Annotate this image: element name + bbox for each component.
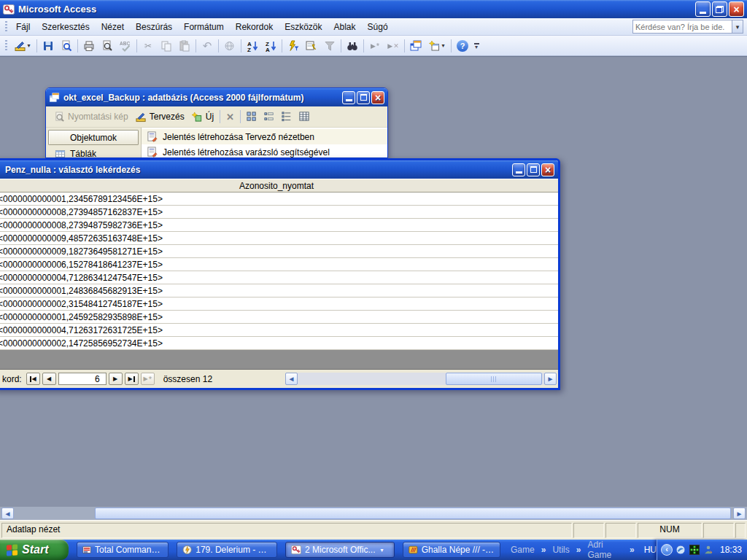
table-row[interactable]: <0000000000002,14725856952734E+15>: [0, 337, 558, 350]
query-minimize-button[interactable]: [512, 163, 525, 176]
previous-record-button[interactable]: ◀: [42, 373, 56, 385]
db-print-preview-button[interactable]: Nyomtatási kép: [51, 110, 131, 124]
db-large-icons-button[interactable]: [244, 110, 260, 123]
taskbar-task-total-commander[interactable]: Total Commander ...: [77, 542, 169, 558]
query-window-titlebar[interactable]: Penz_nulla : választó lekérdezés ×: [0, 160, 558, 179]
cell-azonosito[interactable]: <0000000000001,23456789123456E+15>: [0, 194, 163, 204]
db-details-button[interactable]: [296, 110, 312, 123]
new-object-dropdown-icon[interactable]: ▾: [441, 42, 444, 49]
datasheet-horizontal-scrollbar[interactable]: ◄ ►: [285, 373, 557, 385]
help-button[interactable]: ?: [454, 38, 471, 54]
list-item-report-wizard[interactable]: Jelentés létrehozása varázsló segítségév…: [142, 144, 387, 158]
column-header-azonosito-nyomtat[interactable]: Azonosito_nyomtat: [0, 179, 558, 192]
toolbar-grip[interactable]: [5, 40, 7, 52]
first-record-button[interactable]: ◀: [26, 373, 40, 385]
scroll-right-icon[interactable]: ►: [544, 373, 557, 385]
chevron-icon[interactable]: »: [541, 545, 546, 555]
menu-szerkesztes[interactable]: Szerkesztés: [36, 19, 95, 35]
table-row[interactable]: <0000000000006,15278418641237E+15>: [0, 258, 558, 271]
table-row[interactable]: <0000000000009,18273649581271E+15>: [0, 245, 558, 258]
table-row[interactable]: <0000000000001,24836845682913E+15>: [0, 284, 558, 298]
table-row[interactable]: <0000000000008,27394857162837E+15>: [0, 206, 558, 219]
chevron-icon[interactable]: »: [630, 545, 635, 555]
minimize-button[interactable]: [695, 1, 711, 17]
sidebar-item-tablak[interactable]: Táblák: [48, 145, 139, 158]
save-button[interactable]: [39, 38, 57, 54]
copy-button[interactable]: [158, 38, 175, 54]
db-list-button[interactable]: [279, 110, 295, 123]
table-row[interactable]: <0000000000004,71286341247547E+15>: [0, 271, 558, 284]
cell-azonosito[interactable]: <0000000000009,48572635163748E+15>: [0, 233, 163, 244]
table-row[interactable]: <0000000000009,48572635163748E+15>: [0, 232, 558, 245]
task-group-dropdown-icon[interactable]: ▾: [380, 547, 383, 553]
filter-by-form-button[interactable]: [303, 38, 320, 54]
taskbar-task-ghalla-nepe[interactable]: Ghalla Népe /// - M...: [403, 542, 500, 558]
menu-fajl[interactable]: Fájl: [10, 19, 36, 35]
cell-azonosito[interactable]: <0000000000001,24836845682913E+15>: [0, 286, 163, 296]
cut-button[interactable]: ✂: [139, 38, 157, 54]
language-indicator[interactable]: HU: [644, 545, 657, 555]
sort-descending-button[interactable]: ZA: [262, 38, 279, 54]
start-button[interactable]: Start: [0, 540, 69, 560]
last-record-button[interactable]: ▶: [125, 373, 139, 385]
menu-beszuras[interactable]: Beszúrás: [130, 19, 178, 35]
taskbar-task-microsoft-office[interactable]: 2 Microsoft Offic... ▾: [285, 542, 395, 558]
new-object-button[interactable]: ▾: [425, 38, 449, 54]
cell-azonosito[interactable]: <0000000000004,71263172631725E+15>: [0, 325, 163, 335]
db-close-button[interactable]: ×: [371, 91, 384, 104]
workspace-horizontal-scrollbar[interactable]: ◄ ►: [0, 507, 747, 520]
file-search-button[interactable]: [58, 38, 75, 54]
database-window-button[interactable]: [407, 38, 425, 54]
toolbar-game[interactable]: Game: [511, 545, 535, 555]
filter-by-selection-button[interactable]: [285, 38, 302, 54]
db-delete-button[interactable]: ✕: [223, 110, 237, 124]
db-new-button[interactable]: Új: [189, 110, 217, 124]
tray-app-icon[interactable]: [689, 545, 700, 556]
table-row[interactable]: <0000000000001,24592582935898E+15>: [0, 311, 558, 324]
current-record-input[interactable]: [58, 373, 107, 385]
help-question-input[interactable]: [633, 21, 732, 33]
hyperlink-button[interactable]: [221, 38, 239, 54]
undo-button[interactable]: ↶: [198, 38, 216, 54]
cell-azonosito[interactable]: <0000000000001,24592582935898E+15>: [0, 312, 163, 322]
new-record-button[interactable]: ▶*: [141, 373, 155, 385]
toolbar-adri-game[interactable]: Adri Game: [587, 540, 623, 560]
paste-button[interactable]: [176, 38, 193, 54]
table-row[interactable]: <0000000000002,31548412745187E+15>: [0, 298, 558, 311]
cell-azonosito[interactable]: <0000000000008,27394875982736E+15>: [0, 220, 163, 230]
tray-messenger-icon[interactable]: [703, 545, 714, 556]
find-button[interactable]: [344, 38, 361, 54]
menu-nezet[interactable]: Nézet: [96, 19, 130, 35]
scroll-left-icon[interactable]: ◄: [1, 508, 14, 519]
print-preview-button[interactable]: [98, 38, 116, 54]
toolbar-utils[interactable]: Utils: [552, 545, 569, 555]
help-question-dropdown-icon[interactable]: ▾: [732, 20, 743, 33]
table-row[interactable]: <0000000000008,27394875982736E+15>: [0, 219, 558, 232]
menu-formatum[interactable]: Formátum: [178, 19, 230, 35]
scrollbar-thumb[interactable]: [446, 373, 542, 385]
objects-header-button[interactable]: Objektumok: [48, 130, 139, 145]
cell-azonosito[interactable]: <0000000000009,18273649581271E+15>: [0, 246, 163, 257]
cell-azonosito[interactable]: <0000000000002,31548412745187E+15>: [0, 299, 163, 309]
menu-sugo[interactable]: Súgó: [362, 19, 394, 35]
table-row[interactable]: <0000000000004,71263172631725E+15>: [0, 324, 558, 337]
spelling-button[interactable]: ABC: [117, 38, 134, 54]
restore-button[interactable]: [712, 1, 727, 17]
close-button[interactable]: ×: [729, 1, 744, 17]
view-button[interactable]: ▾: [11, 38, 34, 54]
db-design-button[interactable]: Tervezés: [133, 110, 187, 124]
print-button[interactable]: [80, 38, 98, 54]
menu-eszkozok[interactable]: Eszközök: [279, 19, 328, 35]
db-minimize-button[interactable]: [342, 91, 355, 104]
taskbar-clock[interactable]: 18:33: [720, 545, 742, 555]
query-maximize-button[interactable]: [527, 163, 540, 176]
list-item-report-design[interactable]: Jelentés létrehozása Tervező nézetben: [142, 129, 387, 144]
menu-rekordok[interactable]: Rekordok: [230, 19, 279, 35]
scrollbar-thumb[interactable]: [95, 508, 731, 519]
toolbar-options-icon[interactable]: ▾: [472, 38, 481, 54]
tray-collapse-icon[interactable]: ‹: [661, 544, 673, 556]
scroll-left-icon[interactable]: ◄: [285, 373, 298, 385]
table-row[interactable]: <0000000000001,23456789123456E+15>: [0, 192, 558, 206]
new-record-button[interactable]: ▶*: [366, 38, 384, 54]
menubar-grip[interactable]: [5, 21, 7, 33]
